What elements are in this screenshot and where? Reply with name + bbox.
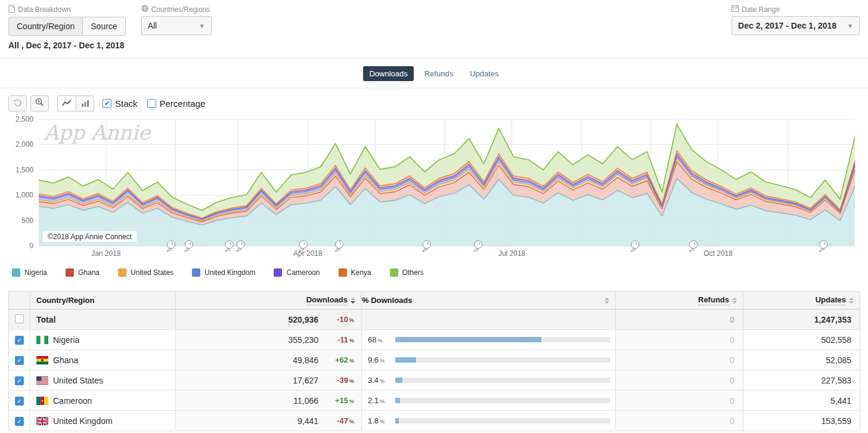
document-icon xyxy=(8,5,15,14)
pct-bar-track xyxy=(395,398,610,403)
event-marker[interactable] xyxy=(423,241,431,252)
pct-bar-track xyxy=(395,357,610,363)
table-row-cameroon: ✓ Cameroon 11,066+15% 2.1% 0 5,441 xyxy=(9,391,860,411)
pct-bar-fill xyxy=(395,418,399,423)
row-checkbox[interactable]: ✓ xyxy=(15,356,24,365)
sort-refunds-icon[interactable] xyxy=(732,298,737,304)
pct-value: 9.6% xyxy=(368,355,395,364)
pct-value: 1.8% xyxy=(368,416,395,425)
tab-refunds[interactable]: Refunds xyxy=(418,66,459,81)
refunds-value: 0 xyxy=(616,411,743,431)
country-table: Country/Region Downloads % Downloads Ref… xyxy=(8,291,860,431)
breakdown-country-region-button[interactable]: Country/Region xyxy=(8,17,83,36)
table-row-ghana: ✓ Ghana 49,846+62% 9.6% 0 52,085 xyxy=(9,350,860,370)
chart-toolbar: ✔ Stack Percentage xyxy=(0,88,868,113)
event-marker[interactable] xyxy=(689,241,698,252)
downloads-value: 17,627 xyxy=(293,376,318,385)
pct-bar-fill xyxy=(395,398,400,403)
line-chart-button[interactable] xyxy=(57,95,76,112)
report-tabs: Downloads Refunds Updates xyxy=(0,59,868,88)
legend-swatch-others xyxy=(390,268,398,277)
header-country: Country/Region xyxy=(30,292,176,310)
country-name: United States xyxy=(53,376,103,385)
event-marker[interactable] xyxy=(225,241,234,252)
event-marker[interactable] xyxy=(167,241,175,252)
pct-bar-fill xyxy=(395,337,541,342)
event-marker[interactable] xyxy=(335,241,343,252)
row-checkbox[interactable]: ✓ xyxy=(15,336,24,345)
countries-select[interactable]: All ▼ xyxy=(141,16,212,35)
pct-bar-fill xyxy=(395,378,402,383)
event-marker[interactable] xyxy=(236,241,244,252)
pct-bar-track xyxy=(395,378,610,383)
downloads-change: +15% xyxy=(318,396,354,405)
calendar-icon xyxy=(731,5,739,14)
row-checkbox[interactable]: ✓ xyxy=(15,417,24,426)
refunds-value: 0 xyxy=(616,350,743,370)
legend-swatch-united-states xyxy=(118,268,126,277)
legend-item-cameroon[interactable]: Cameroon xyxy=(274,268,320,277)
undo-icon xyxy=(14,98,22,109)
country-name: United Kingdom xyxy=(53,416,113,426)
legend-swatch-kenya xyxy=(339,268,347,277)
report-subtitle: All , Dec 2, 2017 - Dec 1, 2018 xyxy=(8,41,868,50)
flag-us-icon xyxy=(36,376,48,385)
flag-ghana-icon xyxy=(36,356,48,364)
total-label: Total xyxy=(36,315,55,324)
downloads-change: -10% xyxy=(318,315,354,324)
legend-item-kenya[interactable]: Kenya xyxy=(339,268,371,277)
legend-item-united-kingdom[interactable]: United Kingdom xyxy=(192,268,255,277)
header-updates[interactable]: Updates xyxy=(743,292,860,310)
row-checkbox[interactable] xyxy=(15,314,24,323)
header-checkbox-cell xyxy=(9,292,30,310)
event-marker[interactable] xyxy=(474,241,482,252)
downloads-change: +62% xyxy=(318,355,354,364)
sort-updates-icon[interactable] xyxy=(849,298,854,304)
table-header-row: Country/Region Downloads % Downloads Ref… xyxy=(9,292,860,310)
event-marker[interactable] xyxy=(185,241,193,252)
legend-item-others[interactable]: Others xyxy=(390,268,424,277)
legend-item-ghana[interactable]: Ghana xyxy=(66,268,100,277)
header-refunds[interactable]: Refunds xyxy=(616,292,743,310)
pct-value: 2.1% xyxy=(368,396,395,405)
svg-text:Apr 2018: Apr 2018 xyxy=(293,249,323,258)
zoom-in-button[interactable] xyxy=(30,95,49,112)
chevron-down-icon: ▼ xyxy=(199,23,205,29)
svg-text:1,500: 1,500 xyxy=(16,166,33,174)
downloads-value: 520,936 xyxy=(288,315,318,324)
sort-downloads-icon[interactable] xyxy=(351,298,355,304)
legend-swatch-cameroon xyxy=(274,268,282,277)
chart-legend: NigeriaGhanaUnited StatesUnited KingdomC… xyxy=(12,268,868,277)
updates-value: 502,558 xyxy=(743,330,860,350)
table-row-united-kingdom: ✓ United Kingdom 9,441-47% 1.8% 0 153,55… xyxy=(9,411,860,431)
date-range-select[interactable]: Dec 2, 2017 - Dec 1, 2018 ▼ xyxy=(731,16,860,35)
reset-zoom-button[interactable] xyxy=(8,95,27,112)
event-marker[interactable] xyxy=(631,241,639,252)
top-filter-bar: Data Breakdown Country/Region Source Cou… xyxy=(0,0,868,36)
downloads-chart[interactable]: 05001,0001,5002,0002,500Jan 2018Apr 2018… xyxy=(0,113,868,260)
legend-item-nigeria[interactable]: Nigeria xyxy=(12,268,47,277)
breakdown-source-button[interactable]: Source xyxy=(83,17,125,36)
bar-chart-button[interactable] xyxy=(76,95,94,112)
magnifier-plus-icon xyxy=(35,98,44,109)
percentage-checkbox[interactable] xyxy=(147,99,156,108)
svg-text:0: 0 xyxy=(29,242,33,250)
data-breakdown-label: Data Breakdown xyxy=(8,5,126,14)
stack-checkbox[interactable]: ✔ xyxy=(103,99,111,108)
header-downloads[interactable]: Downloads xyxy=(176,292,362,310)
tab-updates[interactable]: Updates xyxy=(464,66,504,81)
svg-text:Jan 2018: Jan 2018 xyxy=(91,249,121,258)
downloads-value: 9,441 xyxy=(297,416,318,426)
stack-toggle[interactable]: ✔ Stack xyxy=(103,98,138,109)
svg-text:1,000: 1,000 xyxy=(16,191,33,199)
legend-item-united-states[interactable]: United States xyxy=(118,268,173,277)
row-checkbox[interactable]: ✓ xyxy=(15,376,24,385)
date-range-label: Date Range xyxy=(731,5,860,14)
sort-pct-downloads-icon[interactable] xyxy=(604,298,609,304)
table-row-united-states: ✓ United States 17,627-39% 3.4% 0 227,58… xyxy=(9,370,860,391)
header-pct-downloads[interactable]: % Downloads xyxy=(362,292,616,310)
tab-downloads[interactable]: Downloads xyxy=(363,66,413,81)
row-checkbox[interactable]: ✓ xyxy=(15,397,24,406)
percentage-toggle[interactable]: Percentage xyxy=(147,98,206,109)
event-marker[interactable] xyxy=(819,241,827,252)
